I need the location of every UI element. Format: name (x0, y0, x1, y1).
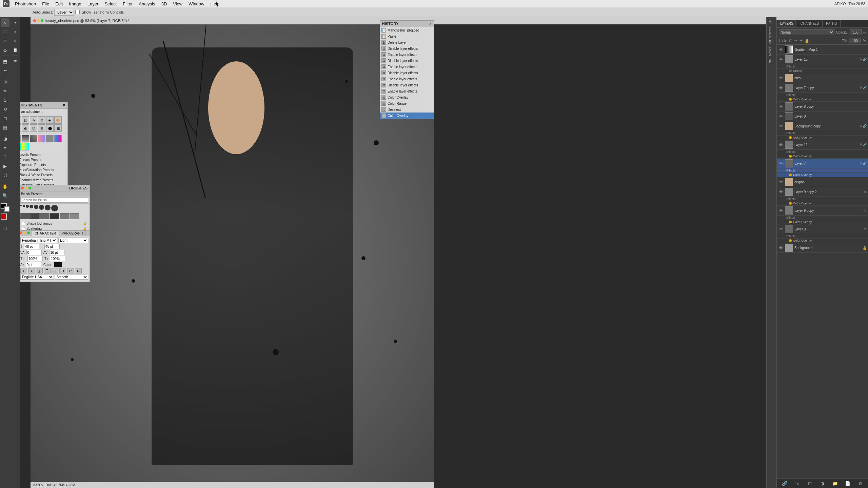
lock-transparent-icon[interactable]: ⬡ (789, 39, 792, 43)
adj-posterize-btn[interactable]: ▦ (54, 124, 62, 132)
brush-search-input[interactable] (20, 197, 88, 203)
underline-btn[interactable]: T (36, 268, 43, 273)
layer-row-background[interactable]: 👁 Background 🔒 (777, 243, 868, 253)
layer-eye-7[interactable]: 👁 (778, 161, 784, 166)
history-item-disable-5[interactable]: ⊡ Disable layer effects (380, 58, 434, 64)
preset-levels[interactable]: Levels Presets (12, 152, 67, 157)
font-family-select[interactable]: Perpetua Titling MT (20, 238, 57, 243)
layer-row-8[interactable]: 👁 Layer 8 (777, 111, 868, 121)
layer-eye-original[interactable]: 👁 (778, 179, 784, 185)
notes-tool[interactable]: 📝 (11, 46, 20, 55)
link-layers-btn[interactable]: 🔗 (781, 480, 788, 487)
new-group-btn[interactable]: 📁 (832, 480, 839, 487)
layer-row-bg-copy[interactable]: 👁 Background copy fx 🔗 (777, 121, 868, 131)
layer-effect-co-bg-copy[interactable]: Color Overlay (777, 136, 868, 140)
auto-select-dropdown[interactable]: Layer (54, 9, 74, 16)
hand-tool[interactable]: ✋ (1, 182, 9, 191)
layer-row-9copy[interactable]: 👁 Layer 9 copy fx (777, 206, 868, 216)
text-color-swatch[interactable] (54, 262, 62, 267)
history-panel-close[interactable]: ✕ (429, 22, 432, 26)
layer-effect-co-7[interactable]: Color Overlay (777, 173, 868, 177)
h-scale-input[interactable] (27, 256, 43, 261)
history-item-enable-8[interactable]: ⊡ Enable layer effects (380, 76, 434, 82)
brush-dot-6[interactable] (39, 205, 44, 210)
gradient-tool[interactable]: ▤ (1, 123, 9, 132)
window-minimize-btn[interactable] (37, 19, 40, 22)
italic-btn[interactable]: T (28, 268, 35, 273)
menu-file[interactable]: File (39, 1, 52, 7)
adj-photo-filter-btn[interactable]: ⬡ (30, 124, 37, 132)
window-maximize-btn[interactable] (41, 19, 43, 22)
adjustments-side-btn[interactable]: Adjustments (768, 26, 776, 45)
move-tool[interactable]: ↖ (1, 18, 9, 27)
lock-all-icon[interactable]: 🔒 (805, 39, 809, 43)
blend-mode-select[interactable]: Normal (779, 29, 834, 35)
layer-row-9copy2[interactable]: 👁 Layer 9 copy 2 fx (777, 187, 868, 197)
menu-window[interactable]: Window (186, 1, 207, 7)
layer-effect-co-7copy[interactable]: Color Overlay (777, 97, 868, 102)
adj-levels-btn[interactable]: ▤ (22, 116, 29, 124)
tracking-input[interactable] (49, 250, 64, 255)
show-transform-checkbox[interactable] (75, 10, 80, 14)
history-item-delete-layer[interactable]: 🗑 Delete Layer (380, 39, 434, 45)
history-item-disable-3[interactable]: ⊡ Disable layer effects (380, 45, 434, 52)
history-item-enable-10[interactable]: ⊡ Enable layer effects (380, 88, 434, 94)
quick-select-tool[interactable]: ⬙ (1, 46, 9, 55)
preset-bw[interactable]: Black & White Presets (12, 172, 67, 178)
marquee-tool[interactable]: ⬚ (1, 27, 9, 36)
history-brush-tool[interactable]: ⟲ (1, 105, 9, 114)
strike-btn[interactable]: T̶ (44, 268, 51, 273)
arrange-tool[interactable]: ≡ (11, 27, 20, 36)
layer-row-9[interactable]: 👁 Layer 9 fx (777, 224, 868, 234)
subscript-btn[interactable]: T₊ (75, 268, 82, 273)
lock-position-icon[interactable]: ✛ (800, 39, 803, 43)
history-item-disable-9[interactable]: ⊡ Disable layer effects (380, 82, 434, 88)
menu-view[interactable]: View (170, 1, 185, 7)
history-item-color-overlay-11[interactable]: ◎ Color Overlay (380, 94, 434, 100)
pen-tool[interactable]: ✒ (1, 143, 9, 152)
masks-side-btn[interactable]: Masks (768, 46, 776, 57)
adj-bw-btn[interactable]: ◐ (22, 124, 29, 132)
layer-row-7[interactable]: 👁 Layer 7 fx 🔗 (777, 159, 868, 168)
layer-effect-co-11[interactable]: Color Overlay (777, 154, 868, 159)
eraser-tool[interactable]: ◻ (1, 114, 9, 123)
lock-image-icon[interactable]: ✏ (794, 39, 797, 43)
layer-eye-9[interactable]: 👁 (778, 226, 784, 232)
layer-eye-9copy2[interactable]: 👁 (778, 189, 784, 195)
menu-analysis[interactable]: Analysis (136, 1, 158, 7)
brush-sample-6[interactable] (70, 213, 79, 219)
crop-tool[interactable]: ⬒ (1, 57, 9, 66)
brush-sample-5[interactable] (60, 213, 69, 219)
menu-image[interactable]: Image (66, 1, 84, 7)
layer-eye-7copy[interactable]: 👁 (778, 85, 784, 90)
brush-sample-2[interactable] (30, 213, 40, 219)
layer-eye-11[interactable]: 👁 (778, 142, 784, 147)
preset-channel-mixer[interactable]: Channel Mixer Presets (12, 178, 67, 183)
brush-dot-4[interactable] (29, 205, 33, 208)
history-item-enable-6[interactable]: ⊡ Enable layer effects (380, 64, 434, 70)
v-scale-input[interactable] (50, 256, 65, 261)
tab-paragraph[interactable]: PARAGRAPH (59, 231, 86, 236)
layer-row-aiko[interactable]: 👁 aiko (777, 73, 868, 83)
layer-eye-8copy[interactable]: 👁 (778, 104, 784, 109)
rotate-view-tool[interactable]: ↻ (11, 37, 20, 45)
dodge-tool[interactable]: ◑ (1, 134, 9, 143)
screen-mode-btn[interactable]: ⬚ (1, 223, 9, 232)
brush-sample-3[interactable] (40, 213, 50, 219)
font-style-select[interactable]: Light (58, 238, 88, 243)
layer-effect-co-9[interactable]: Color Overlay (777, 239, 868, 243)
layer-row-original[interactable]: 👁 original (777, 177, 868, 187)
history-item-manchester[interactable]: 📄 Manchester_proj.psd (380, 27, 434, 33)
char-min-btn[interactable] (23, 231, 26, 234)
history-item-paste[interactable]: 📋 Paste (380, 33, 434, 39)
preset-curves[interactable]: Curves Presets (12, 157, 67, 162)
menu-photoshop[interactable]: Photoshop (12, 1, 39, 7)
3d-side-panel-btn[interactable]: 3D (768, 18, 776, 25)
layer-row-12[interactable]: 👁 Layer 12 fx 🔗 (777, 55, 868, 64)
layer-eye-aiko[interactable]: 👁 (778, 75, 784, 81)
layer-row-gradient-map[interactable]: 👁 Gradient Map 1 (777, 45, 868, 55)
bold-btn[interactable]: T (20, 268, 27, 273)
zoom-tool[interactable]: 🔍 (1, 191, 9, 200)
menu-filter[interactable]: Filter (120, 1, 135, 7)
menu-select[interactable]: Select (102, 1, 119, 7)
